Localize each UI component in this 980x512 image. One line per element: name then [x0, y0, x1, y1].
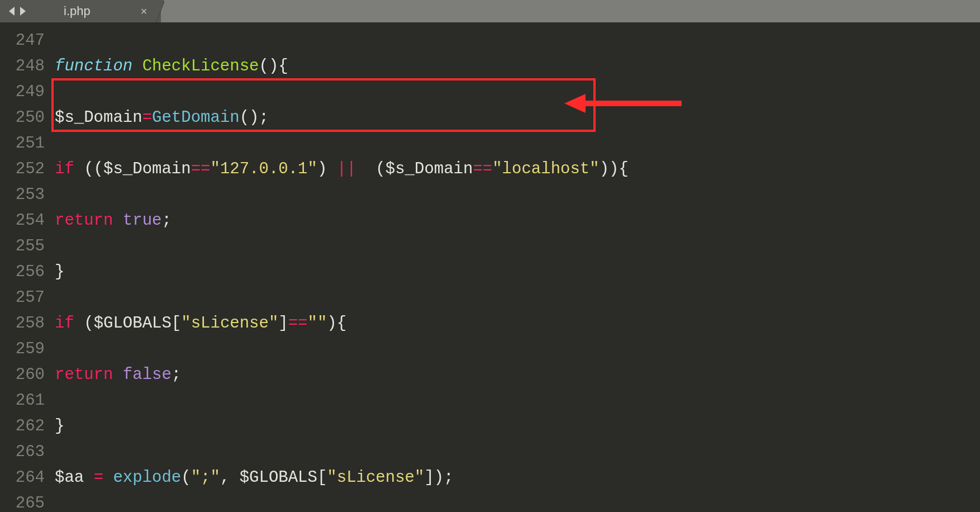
line-number: 255	[0, 234, 45, 259]
line-number: 259	[0, 336, 45, 362]
line-number: 262	[0, 414, 45, 439]
line-number: 253	[0, 182, 45, 208]
line-number-gutter: 247 248 249 250 251 252 253 254 255 256 …	[0, 22, 55, 512]
line-number: 249	[0, 79, 45, 105]
code-area[interactable]: function CheckLicense(){ $s_Domain=GetDo…	[55, 22, 980, 512]
line-number: 254	[0, 208, 45, 234]
line-number: 251	[0, 131, 45, 157]
line-number: 247	[0, 28, 45, 54]
line-number: 265	[0, 491, 45, 512]
line-number: 261	[0, 388, 45, 414]
line-number: 257	[0, 285, 45, 311]
line-number: 248	[0, 54, 45, 79]
svg-marker-0	[9, 7, 15, 16]
tabbar-empty-area	[161, 0, 980, 22]
line-number: 263	[0, 439, 45, 465]
tab-filename: i.php	[64, 4, 91, 18]
line-number: 258	[0, 311, 45, 336]
nav-forward-icon[interactable]	[18, 6, 27, 17]
line-number: 256	[0, 259, 45, 285]
nav-buttons	[0, 0, 31, 22]
tab-close-icon[interactable]: ×	[141, 5, 148, 18]
nav-back-icon[interactable]	[8, 6, 17, 17]
code-line[interactable]: }	[55, 414, 980, 439]
tab-active[interactable]: i.php ×	[42, 0, 166, 22]
line-number: 250	[0, 105, 45, 131]
code-line[interactable]: }	[55, 259, 980, 285]
code-line[interactable]: $s_Domain=GetDomain();	[55, 105, 980, 131]
svg-marker-1	[20, 7, 26, 16]
code-line[interactable]: if ($GLOBALS["sLicense"]==""){	[55, 311, 980, 336]
line-number: 260	[0, 362, 45, 388]
code-line[interactable]: return true;	[55, 208, 980, 234]
line-number: 264	[0, 465, 45, 491]
code-line[interactable]: function CheckLicense(){	[55, 54, 980, 79]
editor[interactable]: 247 248 249 250 251 252 253 254 255 256 …	[0, 22, 980, 512]
line-number: 252	[0, 157, 45, 182]
code-line[interactable]: return false;	[55, 362, 980, 388]
tab-bar: i.php ×	[0, 0, 980, 22]
code-line[interactable]: if (($s_Domain=="127.0.0.1") || ($s_Doma…	[55, 157, 980, 182]
code-line[interactable]: $aa = explode(";", $GLOBALS["sLicense"])…	[55, 465, 980, 491]
